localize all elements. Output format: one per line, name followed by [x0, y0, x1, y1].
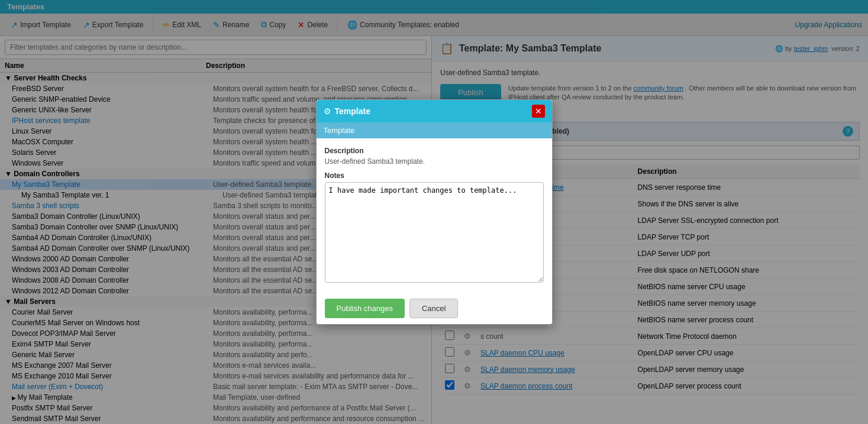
modal-dialog: ⚙ Template ✕ Template Description User-d…: [316, 99, 553, 325]
modal-cancel-button[interactable]: Cancel: [409, 299, 458, 318]
modal-desc-value: User-defined Samba3 template.: [325, 157, 544, 166]
modal-notes-label: Notes: [325, 171, 544, 180]
modal-titlebar: ⚙ Template ✕: [317, 100, 552, 122]
modal-desc-label: Description: [325, 147, 544, 155]
modal-footer: Publish changes Cancel: [317, 293, 552, 324]
modal-header-label: Template: [317, 122, 552, 138]
modal-publish-button[interactable]: Publish changes: [325, 299, 405, 318]
modal-body: Description User-defined Samba3 template…: [317, 138, 552, 293]
modal-notes-input[interactable]: [325, 182, 544, 283]
modal-title-icon: ⚙: [324, 106, 331, 116]
modal-close-button[interactable]: ✕: [532, 105, 545, 118]
modal-title: Template: [335, 106, 370, 116]
modal-overlay[interactable]: ⚙ Template ✕ Template Description User-d…: [0, 0, 868, 424]
